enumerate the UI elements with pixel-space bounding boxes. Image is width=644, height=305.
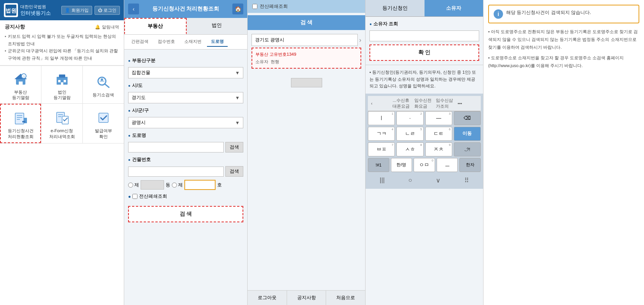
panel3-footer: 로그아웃 공지사항 처음으로 bbox=[248, 290, 365, 305]
svg-line-13 bbox=[105, 84, 109, 87]
member-join-button[interactable]: 👤 회원가입 bbox=[61, 6, 92, 15]
suggestion-dots: ••• bbox=[458, 101, 478, 106]
property-type-select[interactable]: 집합건물 ▼ bbox=[128, 67, 243, 78]
svg-rect-9 bbox=[58, 80, 61, 82]
building-search-btn[interactable]: 검색 bbox=[225, 166, 243, 177]
result-address-field: 경기도 광명시 bbox=[252, 34, 358, 46]
svg-point-14 bbox=[101, 78, 103, 81]
chevron-down-icon: ▼ bbox=[235, 70, 240, 76]
sidebar-item-issue-check[interactable]: 발급여부확인 bbox=[83, 104, 124, 143]
doroname-search-btn[interactable]: 검색 bbox=[225, 142, 243, 152]
tab-real-estate[interactable]: 부동산 bbox=[124, 18, 187, 34]
tab-applicant[interactable]: 등기신청인 bbox=[366, 0, 425, 17]
search-button[interactable]: 검 색 bbox=[128, 206, 243, 222]
case-status-icon bbox=[12, 109, 29, 126]
svg-text:법원: 법원 bbox=[5, 7, 16, 14]
notice-text: 해당 등기신청사건이 검색되지 않습니다. bbox=[506, 9, 591, 19]
owner-name-input[interactable] bbox=[369, 30, 479, 41]
notice-box: i 해당 등기신청사건이 검색되지 않습니다. bbox=[488, 5, 639, 23]
back-button[interactable]: ‹ bbox=[128, 4, 139, 14]
panel3-results: 전산폐쇄조회 검 색 경기도 광명시 › 부동산 고유번호1349 소유자 현행 bbox=[248, 0, 366, 305]
notice-items: 키보드 입력 시 입력 불가 또는 두글자씩 입력되는 현상의 조치방법 안내 … bbox=[5, 33, 119, 62]
notice-button[interactable]: 공지사항 bbox=[287, 291, 326, 305]
court-logo-icon: 법원 bbox=[4, 3, 18, 17]
eform-label: e-Form신청처리내역조회 bbox=[49, 128, 75, 139]
key-delete[interactable]: ⌫ bbox=[454, 111, 481, 125]
svg-text:?: ? bbox=[23, 75, 25, 78]
home-button[interactable]: 처음으로 bbox=[326, 291, 365, 305]
result-item-selected[interactable]: 부동산 고유번호1349 소유자 현행 bbox=[252, 48, 361, 69]
key-6[interactable]: 6ㄷㅌ bbox=[425, 127, 452, 141]
key-1[interactable]: 1ㅣ bbox=[368, 111, 395, 125]
detail-item-1: • 아직 도로명주소로 전환되지 않은 부동산 등기기록은 도로명주소로 찾기로… bbox=[488, 28, 639, 51]
sidebar-item-eform[interactable]: e-Form신청처리내역조회 bbox=[41, 104, 82, 143]
tab-owner[interactable]: 소유자 bbox=[425, 0, 483, 17]
building-number-input[interactable] bbox=[128, 167, 224, 177]
panel3-mini-input[interactable] bbox=[291, 78, 322, 87]
key-hanyoung[interactable]: 한/영 bbox=[391, 158, 412, 172]
info-icon: i bbox=[494, 9, 503, 19]
panel5-info: i 해당 등기신청사건이 검색되지 않습니다. • 아직 도로명주소로 전환되지… bbox=[483, 0, 644, 305]
key-4[interactable]: 4ㄱㅋ bbox=[368, 127, 395, 141]
confirm-button[interactable]: 확 인 bbox=[369, 44, 479, 61]
sidebar-menu: ? 부동산등기열람 법인등기열람 bbox=[0, 66, 124, 144]
sidebar-auth-area: 👤 회원가입 ⏻ 로그인 bbox=[61, 6, 120, 15]
panel3-search-button[interactable]: 검 색 bbox=[248, 15, 365, 30]
key-7[interactable]: 7ㅂㅍ bbox=[368, 142, 395, 156]
key-9[interactable]: 9ㅈㅊ bbox=[425, 142, 452, 156]
ho-radio[interactable] bbox=[172, 183, 177, 188]
sidebar-item-real-estate[interactable]: ? 부동산등기열람 bbox=[0, 66, 41, 104]
bell-icon: 🔔 bbox=[95, 25, 100, 30]
closed-header-label: 전산폐쇄조회 bbox=[260, 3, 288, 10]
closed-checkbox[interactable] bbox=[132, 194, 137, 199]
nav-apps-btn[interactable]: ⠿ bbox=[460, 175, 474, 186]
subtab-simple[interactable]: 간편검색 bbox=[127, 37, 152, 47]
registry-search-label: 등기소검색 bbox=[93, 92, 114, 98]
panel2-title: 등기신청사건 처리현황조회 bbox=[142, 5, 229, 12]
sido-select[interactable]: 경기도 ▼ bbox=[128, 92, 243, 103]
registry-search-icon bbox=[95, 73, 112, 90]
alert-button[interactable]: 🔔 알림내역 bbox=[95, 24, 119, 30]
closed-check-row: ● 전산폐쇄조회 bbox=[128, 193, 243, 200]
tab-corp[interactable]: 법인 bbox=[187, 18, 248, 34]
notice-section: 공지사항 🔔 알림내역 키보드 입력 시 입력 불가 또는 두글자씩 입력되는 … bbox=[0, 20, 124, 66]
ho-input[interactable] bbox=[184, 180, 216, 190]
panel2-content: 부동산구분 집합건물 ▼ 시/도 경기도 ▼ 시/군/구 광명시 ▼ 도로명 검… bbox=[124, 50, 247, 305]
key-8[interactable]: 8ㅅㅎ bbox=[396, 142, 423, 156]
dong-input[interactable] bbox=[141, 180, 164, 190]
real-estate-icon: ? bbox=[12, 71, 29, 88]
sidebar-logo-text: 대한민국법원 인터넷등기소 bbox=[20, 4, 51, 17]
sidebar-item-registry-search[interactable]: 등기소검색 bbox=[83, 66, 124, 104]
key-2[interactable]: 2· bbox=[396, 111, 423, 125]
nav-back-btn[interactable]: ∨ bbox=[431, 175, 445, 186]
key-punctuation[interactable]: .,?! bbox=[454, 142, 481, 156]
dong-radio[interactable] bbox=[128, 183, 133, 188]
key-5[interactable]: 5ㄴㄹ bbox=[396, 127, 423, 141]
svg-rect-21 bbox=[22, 121, 25, 122]
logout-button[interactable]: 로그아웃 bbox=[248, 291, 287, 305]
subtab-doroname[interactable]: 도로명 bbox=[207, 37, 228, 47]
nav-menu-btn[interactable]: ||| bbox=[375, 175, 389, 186]
key-move[interactable]: 이동 bbox=[454, 127, 481, 141]
sidebar-item-corp[interactable]: 법인등기열람 bbox=[41, 66, 82, 104]
closed-header-checkbox[interactable] bbox=[252, 4, 257, 9]
login-button[interactable]: ⏻ 로그인 bbox=[95, 6, 120, 15]
corp-icon bbox=[54, 71, 71, 88]
key-3[interactable]: 3— bbox=[425, 111, 452, 125]
sidebar-item-case-status[interactable]: 등기신청사건처리현황조회 bbox=[0, 104, 41, 143]
key-dash[interactable]: ㅡ bbox=[437, 158, 458, 172]
subtab-receipt[interactable]: 접수번호 bbox=[154, 37, 179, 47]
sigungu-select[interactable]: 광명시 ▼ bbox=[128, 117, 243, 128]
key-hanja[interactable]: 한자 bbox=[459, 158, 481, 172]
section-building: 건물번호 bbox=[128, 156, 243, 163]
key-0[interactable]: 0ㅇㅁ bbox=[414, 158, 435, 172]
owner-section-title: 소유자 조회 bbox=[369, 21, 479, 27]
key-number-mode[interactable]: !#1 bbox=[368, 158, 389, 172]
nav-home-btn[interactable]: ○ bbox=[404, 175, 417, 186]
bullet-icon: ● bbox=[128, 194, 131, 199]
section-doroname: 도로명 bbox=[128, 132, 243, 139]
subtab-address[interactable]: 소재지번 bbox=[180, 37, 205, 47]
home-button[interactable]: 🏠 bbox=[232, 4, 243, 14]
eform-icon bbox=[54, 109, 71, 126]
doroname-input[interactable] bbox=[128, 142, 224, 152]
